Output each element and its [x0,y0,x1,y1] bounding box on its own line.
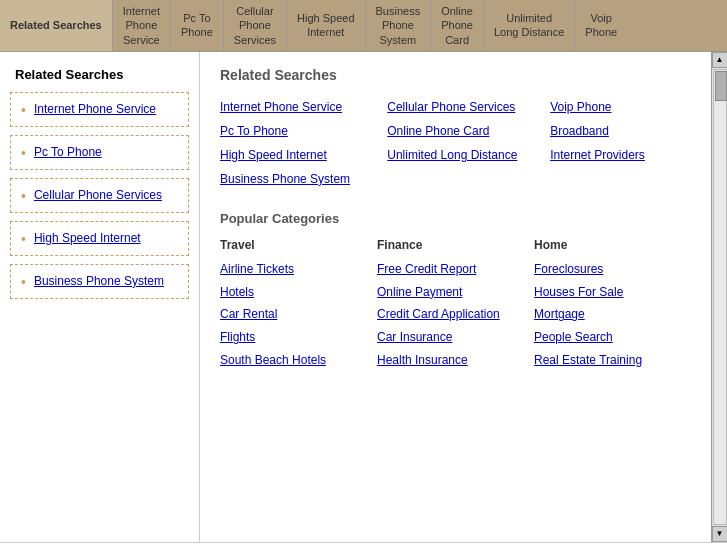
related-link-cellular-phone-services[interactable]: Cellular Phone Services [387,95,550,119]
category-finance: FinanceFree Credit ReportOnline PaymentC… [377,238,534,372]
nav-pc-to-phone[interactable]: Pc ToPhone [171,0,224,51]
sidebar-item-cellular-phone-services[interactable]: • Cellular Phone Services [10,178,189,213]
category-link-people-search[interactable]: People Search [534,326,681,349]
sidebar-link-business-phone-system[interactable]: Business Phone System [34,273,164,290]
sidebar-item-high-speed-internet[interactable]: • High Speed Internet [10,221,189,256]
category-link-hotels[interactable]: Hotels [220,281,367,304]
related-col3: Voip PhoneBroadbandInternet Providers [550,95,691,191]
related-col1: Internet Phone ServicePc To PhoneHigh Sp… [220,95,387,191]
sidebar: Related Searches • Internet Phone Servic… [0,52,200,542]
category-link-houses-for-sale[interactable]: Houses For Sale [534,281,681,304]
sidebar-item-internet-phone-service[interactable]: • Internet Phone Service [10,92,189,127]
related-searches-title: Related Searches [220,67,691,83]
related-searches-grid: Internet Phone ServicePc To PhoneHigh Sp… [220,95,691,191]
category-link-health-insurance[interactable]: Health Insurance [377,349,524,372]
nav-online-phone-card[interactable]: OnlinePhoneCard [431,0,484,51]
sidebar-item-business-phone-system[interactable]: • Business Phone System [10,264,189,299]
category-link-flights[interactable]: Flights [220,326,367,349]
nav-business-phone-system[interactable]: BusinessPhoneSystem [366,0,432,51]
category-link-south-beach-hotels[interactable]: South Beach Hotels [220,349,367,372]
category-link-online-payment[interactable]: Online Payment [377,281,524,304]
related-link-high-speed-internet[interactable]: High Speed Internet [220,143,387,167]
sidebar-link-high-speed-internet[interactable]: High Speed Internet [34,230,141,247]
sidebar-bullet: • [21,145,26,161]
nav-related-searches[interactable]: Related Searches [0,0,113,51]
scroll-up-button[interactable]: ▲ [712,52,728,68]
nav-internet-phone-service[interactable]: InternetPhoneService [113,0,171,51]
related-link-pc-to-phone[interactable]: Pc To Phone [220,119,387,143]
category-link-car-rental[interactable]: Car Rental [220,303,367,326]
related-col2: Cellular Phone ServicesOnline Phone Card… [387,95,550,191]
related-link-broadband[interactable]: Broadband [550,119,691,143]
sidebar-bullet: • [21,188,26,204]
sidebar-link-pc-to-phone[interactable]: Pc To Phone [34,144,102,161]
nav-unlimited-long-distance[interactable]: UnlimitedLong Distance [484,0,575,51]
popular-categories-title: Popular Categories [220,211,691,226]
category-link-free-credit-report[interactable]: Free Credit Report [377,258,524,281]
nav-cellular-phone-services[interactable]: CellularPhoneServices [224,0,287,51]
category-link-car-insurance[interactable]: Car Insurance [377,326,524,349]
category-heading-home: Home [534,238,681,252]
top-nav: Related Searches InternetPhoneService Pc… [0,0,727,52]
related-link-voip-phone[interactable]: Voip Phone [550,95,691,119]
categories-grid: TravelAirline TicketsHotelsCar RentalFli… [220,238,691,372]
nav-voip-phone[interactable]: VoipPhone [575,0,627,51]
sidebar-bullet: • [21,274,26,290]
related-link-business-phone-system[interactable]: Business Phone System [220,167,387,191]
category-heading-finance: Finance [377,238,524,252]
related-link-internet-providers[interactable]: Internet Providers [550,143,691,167]
scroll-down-button[interactable]: ▼ [712,526,728,542]
popular-categories-section: Popular Categories TravelAirline Tickets… [220,211,691,372]
category-link-foreclosures[interactable]: Foreclosures [534,258,681,281]
sidebar-item-pc-to-phone[interactable]: • Pc To Phone [10,135,189,170]
related-link-internet-phone-service[interactable]: Internet Phone Service [220,95,387,119]
related-link-unlimited-long-distance[interactable]: Unlimited Long Distance [387,143,550,167]
sidebar-bullet: • [21,231,26,247]
category-link-real-estate-training[interactable]: Real Estate Training [534,349,681,372]
scrollbar[interactable]: ▲ ▼ [711,52,727,542]
category-heading-travel: Travel [220,238,367,252]
category-link-airline-tickets[interactable]: Airline Tickets [220,258,367,281]
sidebar-link-internet-phone-service[interactable]: Internet Phone Service [34,101,156,118]
category-link-credit-card-application[interactable]: Credit Card Application [377,303,524,326]
scroll-thumb[interactable] [715,71,727,101]
scroll-track[interactable] [713,69,727,525]
sidebar-link-cellular-phone-services[interactable]: Cellular Phone Services [34,187,162,204]
category-travel: TravelAirline TicketsHotelsCar RentalFli… [220,238,377,372]
category-home: HomeForeclosuresHouses For SaleMortgageP… [534,238,691,372]
category-link-mortgage[interactable]: Mortgage [534,303,681,326]
content-area: Related Searches Internet Phone ServiceP… [200,52,711,542]
sidebar-title: Related Searches [0,62,199,92]
sidebar-bullet: • [21,102,26,118]
related-link-online-phone-card[interactable]: Online Phone Card [387,119,550,143]
nav-high-speed-internet[interactable]: High SpeedInternet [287,0,366,51]
